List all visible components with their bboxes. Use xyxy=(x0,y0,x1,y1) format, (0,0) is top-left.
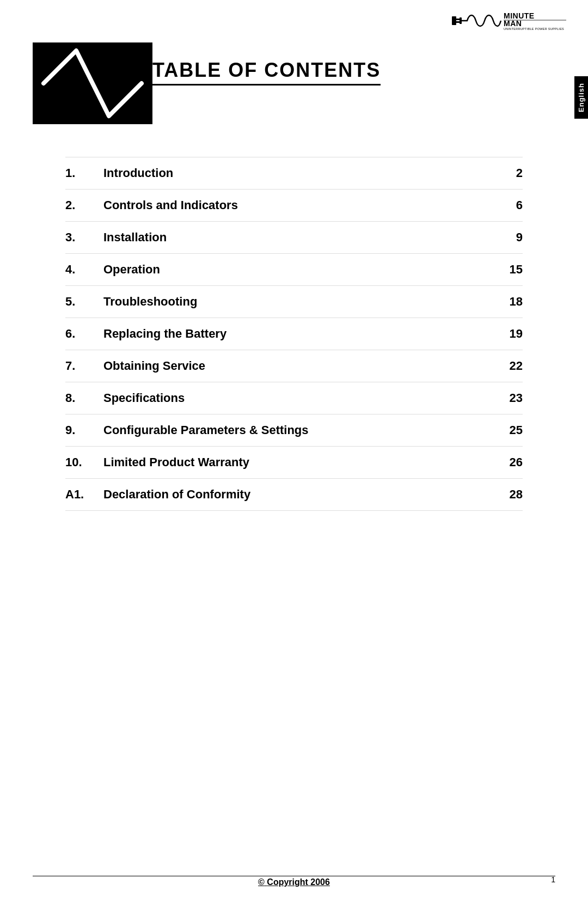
svg-rect-3 xyxy=(460,17,462,24)
toc-item-num: 2. xyxy=(65,190,103,222)
toc-item-label: Controls and Indicators xyxy=(103,190,490,222)
toc-item-page: 26 xyxy=(490,447,523,479)
toc-item-label: Configurable Parameters & Settings xyxy=(103,414,490,447)
copyright-label: Copyright 2006 xyxy=(267,877,330,887)
page-title: TABLE OF CONTENTS xyxy=(152,59,381,86)
toc-item-page: 15 xyxy=(490,254,523,286)
toc-item-page: 22 xyxy=(490,350,523,382)
toc-item-page: 18 xyxy=(490,286,523,318)
toc-row: 8.Specifications23 xyxy=(65,382,523,414)
toc-row: 6.Replacing the Battery19 xyxy=(65,318,523,350)
toc-section: 1.Introduction22.Controls and Indicators… xyxy=(0,124,588,533)
toc-item-label: Limited Product Warranty xyxy=(103,447,490,479)
toc-item-num: A1. xyxy=(65,479,103,511)
svg-rect-1 xyxy=(456,19,460,20)
toc-row: 1.Introduction2 xyxy=(65,157,523,190)
toc-row: 10.Limited Product Warranty26 xyxy=(65,447,523,479)
toc-item-num: 10. xyxy=(65,447,103,479)
toc-row: 3.Installation9 xyxy=(65,222,523,254)
logo-icon xyxy=(33,42,152,124)
footer-line xyxy=(33,876,555,876)
toc-item-page: 2 xyxy=(490,157,523,190)
toc-item-label: Operation xyxy=(103,254,490,286)
toc-item-label: Replacing the Battery xyxy=(103,318,490,350)
toc-item-page: 6 xyxy=(490,190,523,222)
toc-item-num: 3. xyxy=(65,222,103,254)
svg-text:MAN: MAN xyxy=(504,19,522,28)
toc-item-num: 5. xyxy=(65,286,103,318)
toc-item-num: 7. xyxy=(65,350,103,382)
toc-item-page: 19 xyxy=(490,318,523,350)
page-container: MINUTE MAN UNINTERRUPTIBLE POWER SUPPLIE… xyxy=(0,0,588,909)
english-tab: English xyxy=(574,76,588,119)
toc-item-label: Specifications xyxy=(103,382,490,414)
copyright-symbol: © xyxy=(258,877,265,887)
logo-icon-svg xyxy=(33,42,152,124)
title-section: TABLE OF CONTENTS xyxy=(0,32,588,124)
toc-row: 2.Controls and Indicators6 xyxy=(65,190,523,222)
toc-item-label: Introduction xyxy=(103,157,490,190)
header: MINUTE MAN UNINTERRUPTIBLE POWER SUPPLIE… xyxy=(0,0,588,32)
toc-row: 5.Troubleshooting18 xyxy=(65,286,523,318)
toc-item-num: 9. xyxy=(65,414,103,447)
logo-wrapper: MINUTE MAN UNINTERRUPTIBLE POWER SUPPLIE… xyxy=(452,10,572,32)
minuteman-logo: MINUTE MAN UNINTERRUPTIBLE POWER SUPPLIE… xyxy=(452,10,572,32)
toc-item-num: 6. xyxy=(65,318,103,350)
page-number: 1 xyxy=(551,875,555,884)
toc-item-label: Troubleshooting xyxy=(103,286,490,318)
toc-item-page: 23 xyxy=(490,382,523,414)
toc-item-num: 8. xyxy=(65,382,103,414)
svg-rect-0 xyxy=(452,16,456,25)
toc-item-label: Installation xyxy=(103,222,490,254)
title-box: TABLE OF CONTENTS xyxy=(152,42,381,86)
toc-item-label: Declaration of Conformity xyxy=(103,479,490,511)
toc-item-page: 28 xyxy=(490,479,523,511)
footer: © Copyright 2006 1 xyxy=(0,877,588,887)
svg-text:UNINTERRUPTIBLE POWER SUPPLIES: UNINTERRUPTIBLE POWER SUPPLIES xyxy=(504,27,564,30)
toc-item-num: 1. xyxy=(65,157,103,190)
toc-row: 7.Obtaining Service22 xyxy=(65,350,523,382)
toc-table: 1.Introduction22.Controls and Indicators… xyxy=(65,157,523,511)
english-tab-label: English xyxy=(577,83,585,112)
toc-item-page: 9 xyxy=(490,222,523,254)
toc-row: A1.Declaration of Conformity28 xyxy=(65,479,523,511)
toc-row: 4.Operation15 xyxy=(65,254,523,286)
toc-item-num: 4. xyxy=(65,254,103,286)
toc-row: 9.Configurable Parameters & Settings25 xyxy=(65,414,523,447)
copyright-text: © Copyright 2006 xyxy=(0,877,588,887)
svg-rect-2 xyxy=(456,21,460,23)
toc-item-page: 25 xyxy=(490,414,523,447)
toc-item-label: Obtaining Service xyxy=(103,350,490,382)
